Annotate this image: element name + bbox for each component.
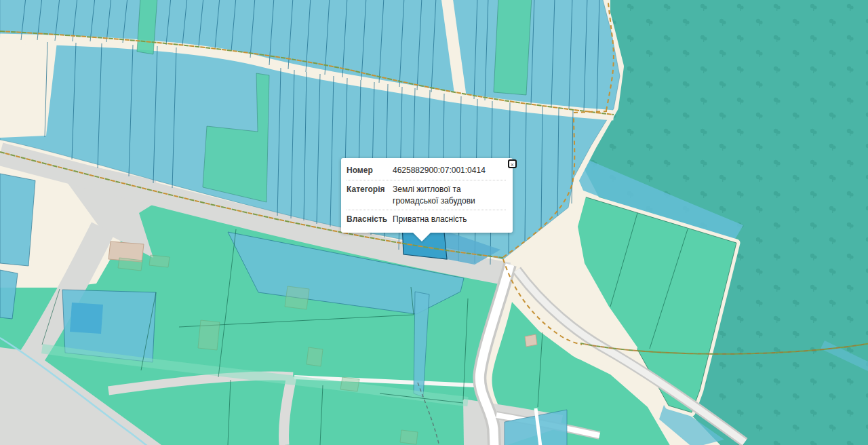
field-label: Номер	[347, 165, 389, 176]
building-blue	[70, 303, 103, 334]
field-value: 4625882900:07:001:0414	[389, 165, 506, 176]
field-value: Приватна власність	[389, 214, 506, 225]
field-label: Власність	[347, 214, 389, 225]
field-value: Землі житлової та громадської забудови	[389, 184, 506, 207]
popup-row-category: Категорія Землі житлової та громадської …	[347, 180, 506, 211]
map-viewport[interactable]: × Номер 4625882900:07:001:0414 Категорія…	[0, 0, 868, 445]
close-icon[interactable]: ×	[508, 159, 517, 168]
parcel-info-popup: × Номер 4625882900:07:001:0414 Категорія…	[341, 158, 513, 233]
field-label: Категорія	[347, 184, 389, 207]
popup-row-number: Номер 4625882900:07:001:0414	[347, 161, 506, 180]
popup-pointer	[412, 232, 431, 241]
building-beige	[525, 334, 537, 347]
popup-row-ownership: Власність Приватна власність	[347, 210, 506, 229]
